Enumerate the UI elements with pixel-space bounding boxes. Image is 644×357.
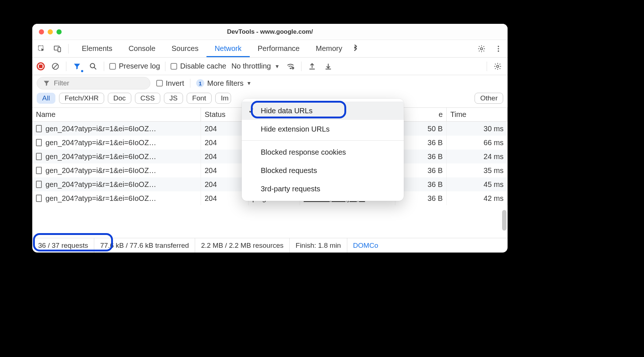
cell-name: gen_204?atyp=i&r=1&ei=6IoOZ… [32,163,201,177]
chip-font[interactable]: Font [187,93,212,104]
tab-memory[interactable]: Memory [308,40,350,57]
chip-css[interactable]: CSS [135,93,160,104]
col-time[interactable]: Time [447,108,508,122]
zoom-button[interactable] [56,29,62,34]
chip-all[interactable]: All [37,93,55,104]
cell-time: 35 ms [447,163,508,177]
scrollbar-thumb[interactable] [502,210,506,231]
separator [104,62,104,71]
network-conditions-icon[interactable] [285,61,296,72]
window-title: DevTools - www.google.com/ [32,28,508,36]
settings-icon[interactable] [476,43,487,54]
titlebar: DevTools - www.google.com/ [32,24,508,40]
cell-name: gen_204?atyp=i&r=1&ei=6IoOZ… [32,150,201,163]
cell-time: 66 ms [447,136,508,150]
separator [68,44,69,54]
checkbox-icon [156,80,163,87]
cell-time: 30 ms [447,122,508,136]
menu-hide-extension-urls[interactable]: Hide extension URLs [242,120,404,138]
chip-js[interactable]: JS [164,93,183,104]
svg-point-5 [498,48,499,49]
network-toolbar: Preserve log Disable cache No throttling… [32,58,508,75]
tab-console[interactable]: Console [120,40,163,57]
svg-rect-2 [58,47,61,52]
filter-bar: Invert 1 More filters ▼ [32,75,508,91]
svg-line-8 [53,64,58,69]
download-har-icon[interactable] [323,61,334,72]
status-requests: 36 / 37 requests [32,238,94,253]
document-icon [36,153,42,160]
invert-checkbox[interactable]: Invert [156,79,184,88]
separator [165,62,165,71]
disable-cache-label: Disable cache [180,62,226,70]
cell-name: gen_204?atyp=i&r=1&ei=6IoOZ… [32,191,201,205]
minimize-button[interactable] [48,29,53,34]
separator [487,62,487,71]
devtools-window: DevTools - www.google.com/ Elements Cons… [32,24,508,253]
svg-line-10 [94,67,96,69]
checkbox-icon [171,63,177,70]
document-icon [36,125,42,132]
throttling-select[interactable]: No throttling ▼ [231,62,280,70]
status-transferred: 77.6 kB / 77.6 kB transferred [94,238,195,253]
kebab-menu-icon[interactable] [493,43,504,54]
tab-performance[interactable]: Performance [250,40,308,57]
separator [190,79,190,88]
menu-3rd-party-requests[interactable]: 3rd-party requests [242,180,404,198]
separator [301,62,301,71]
inspect-element-icon[interactable] [36,43,47,54]
tab-network[interactable]: Network [206,40,249,57]
chevron-down-icon: ▼ [275,63,280,69]
chip-fetch-xhr[interactable]: Fetch/XHR [59,93,104,104]
status-bar: 36 / 37 requests 77.6 kB / 77.6 kB trans… [32,238,508,253]
menu-blocked-response-cookies[interactable]: Blocked response cookies [242,143,404,161]
chip-doc[interactable]: Doc [108,93,131,104]
svg-point-11 [290,68,290,69]
document-icon [36,195,42,202]
svg-point-13 [497,65,499,67]
separator [66,62,66,71]
throttling-value: No throttling [231,62,271,70]
window-traffic-lights [39,29,62,34]
checkbox-icon [109,63,116,70]
cell-name: gen_204?atyp=i&r=1&ei=6IoOZ… [32,136,201,150]
cell-time: 45 ms [447,177,508,191]
menu-hide-data-urls[interactable]: Hide data URLs [242,102,404,120]
chip-other[interactable]: Other [475,93,503,104]
upload-har-icon[interactable] [307,61,318,72]
svg-point-3 [480,48,483,50]
network-settings-icon[interactable] [492,61,503,72]
cell-time: 42 ms [447,191,508,205]
record-button[interactable] [37,62,45,70]
svg-point-9 [90,63,95,68]
col-name[interactable]: Name [32,108,201,122]
more-filters-label: More filters [207,79,244,88]
status-domcontentloaded: DOMCo [347,238,384,253]
disable-cache-checkbox[interactable]: Disable cache [171,62,226,70]
document-icon [36,167,42,174]
cell-name: gen_204?atyp=i&r=1&ei=6IoOZ… [32,122,201,136]
menu-divider [242,140,404,141]
preserve-log-label: Preserve log [119,62,160,70]
filter-icon[interactable] [72,61,83,72]
invert-label: Invert [166,79,184,88]
tab-elements[interactable]: Elements [74,40,120,57]
more-filters-count-badge: 1 [196,79,204,87]
document-icon [36,181,42,188]
clear-icon[interactable] [50,61,61,72]
more-tabs-icon[interactable] [350,43,361,54]
device-toolbar-icon[interactable] [52,43,63,54]
tab-sources[interactable]: Sources [164,40,206,57]
preserve-log-checkbox[interactable]: Preserve log [109,62,160,70]
status-finish: Finish: 1.8 min [290,238,347,253]
chip-img-truncated[interactable]: Im [215,93,231,104]
menu-blocked-requests[interactable]: Blocked requests [242,161,404,180]
close-button[interactable] [39,29,44,34]
cell-name: gen_204?atyp=i&r=1&ei=6IoOZ… [32,177,201,191]
panel-tabs: Elements Console Sources Network Perform… [32,40,508,58]
filter-input-wrapper[interactable] [37,77,150,89]
more-filters-dropdown[interactable]: 1 More filters ▼ [196,79,252,88]
more-filters-menu: Hide data URLs Hide extension URLs Block… [242,99,404,201]
filter-input[interactable] [54,79,144,87]
search-icon[interactable] [88,61,99,72]
